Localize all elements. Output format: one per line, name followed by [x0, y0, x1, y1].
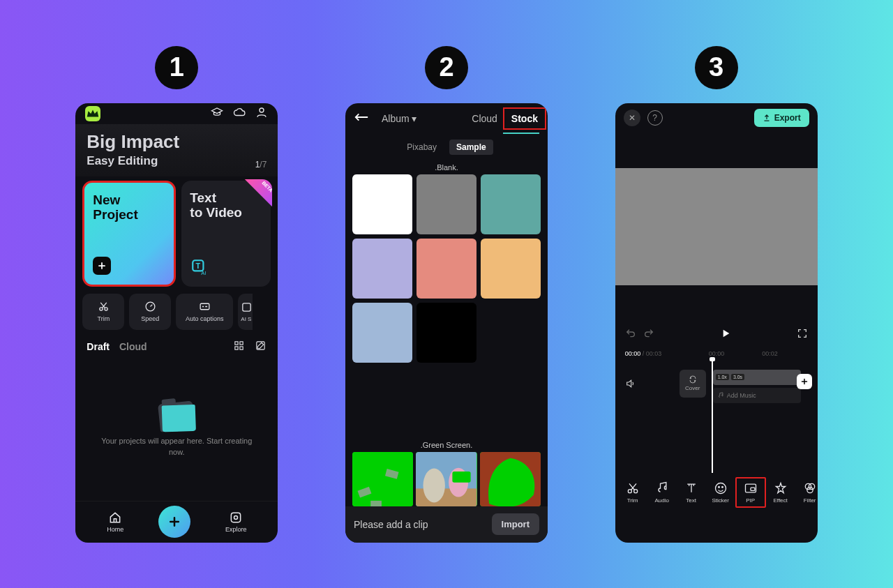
- greenscreen-row: [345, 452, 548, 506]
- phone-3-editor: ✕ ? Export 00:00 / 00:03 00:00 00:02: [615, 103, 818, 543]
- text-ai-icon: TAI: [190, 257, 209, 277]
- tool-trim[interactable]: Trim: [618, 481, 647, 504]
- swatch-coral[interactable]: [417, 239, 476, 299]
- empty-text: Your projects will appear here. Start cr…: [96, 436, 257, 458]
- hero-title: Big Impact: [87, 131, 267, 153]
- greenscreen-thumb-1[interactable]: [352, 452, 413, 506]
- tool-effect[interactable]: Effect: [766, 481, 795, 504]
- status-bar: [75, 103, 278, 124]
- import-prompt: Please add a clip: [354, 519, 428, 530]
- fullscreen-icon[interactable]: [797, 328, 808, 342]
- tool-audio[interactable]: Audio: [647, 481, 677, 504]
- svg-rect-14: [231, 513, 240, 522]
- hero-pager: 1/7: [255, 160, 267, 169]
- svg-rect-7: [200, 303, 209, 310]
- folder-icon: [158, 401, 195, 432]
- blank-swatch-grid: [345, 174, 548, 363]
- nav-create-fab[interactable]: [158, 506, 190, 538]
- svg-rect-19: [370, 500, 382, 506]
- subtab-sample[interactable]: Sample: [449, 140, 493, 155]
- svg-rect-10: [240, 341, 243, 344]
- swatch-white[interactable]: [352, 174, 412, 234]
- tool-pip[interactable]: PIP: [735, 477, 766, 508]
- svg-rect-16: [352, 452, 413, 506]
- auto-captions-tool[interactable]: Auto captions: [176, 294, 233, 330]
- svg-point-0: [260, 108, 264, 112]
- tool-sticker[interactable]: Sticker: [706, 481, 735, 504]
- media-source-tabs: Album▾ Cloud Stock: [345, 103, 548, 134]
- back-icon[interactable]: [354, 112, 369, 125]
- section-blank-title: .Blank.: [345, 159, 548, 174]
- playback-controls: [615, 321, 818, 349]
- cloud-icon[interactable]: [233, 106, 246, 121]
- mute-icon[interactable]: [625, 378, 636, 392]
- tool-filter[interactable]: Filter: [795, 481, 818, 504]
- video-preview[interactable]: [615, 168, 818, 285]
- swatch-lavender[interactable]: [352, 239, 412, 299]
- text-to-video-card[interactable]: BETA Text to Video TAI: [181, 181, 271, 287]
- step-badge-3: 3: [695, 46, 738, 89]
- edit-icon[interactable]: [255, 340, 267, 354]
- tool-text[interactable]: Text: [677, 481, 706, 504]
- bottom-nav: Home Explore: [75, 501, 278, 543]
- import-button[interactable]: Import: [492, 513, 539, 535]
- playhead[interactable]: [712, 360, 713, 473]
- chevron-down-icon: ▾: [412, 113, 417, 124]
- tab-album[interactable]: Album▾: [382, 113, 417, 124]
- ai-tool-partial[interactable]: AI S: [238, 294, 253, 330]
- speed-tool[interactable]: Speed: [129, 294, 171, 330]
- svg-point-30: [721, 486, 723, 488]
- subtab-pixabay[interactable]: Pixabay: [400, 140, 444, 155]
- hero-subtitle: Easy Editing: [87, 154, 267, 168]
- editor-topbar: ✕ ? Export: [615, 103, 818, 133]
- swatch-black[interactable]: [417, 303, 476, 363]
- greenscreen-thumb-3[interactable]: [480, 452, 541, 506]
- cover-button[interactable]: Cover: [680, 370, 706, 398]
- tab-draft[interactable]: Draft: [87, 341, 110, 352]
- step-badge-2: 2: [425, 46, 468, 89]
- timecode-row: 00:00 / 00:03 00:00 00:02: [615, 349, 818, 359]
- undo-icon[interactable]: [625, 328, 636, 342]
- svg-point-34: [809, 483, 814, 489]
- swatch-peach[interactable]: [481, 239, 541, 299]
- crown-icon[interactable]: [85, 106, 100, 121]
- tab-cloud[interactable]: Cloud: [472, 113, 497, 124]
- stock-subtabs: Pixabay Sample: [345, 134, 548, 159]
- phone-1-home: Big Impact Easy Editing 1/7 New Project …: [75, 103, 278, 543]
- hero-banner[interactable]: Big Impact Easy Editing 1/7: [75, 124, 278, 176]
- add-clip-button[interactable]: [797, 374, 812, 389]
- close-icon[interactable]: ✕: [624, 110, 640, 126]
- help-icon[interactable]: ?: [647, 110, 663, 126]
- trim-tool[interactable]: Trim: [82, 294, 124, 330]
- projects-tabs: Draft Cloud: [75, 330, 278, 360]
- tab-stock[interactable]: Stock: [503, 107, 546, 130]
- new-project-label: New Project: [93, 193, 165, 223]
- redo-icon[interactable]: [643, 328, 654, 342]
- nav-explore[interactable]: Explore: [225, 511, 247, 533]
- profile-icon[interactable]: [255, 106, 268, 121]
- play-icon[interactable]: [720, 328, 731, 342]
- grid-view-icon[interactable]: [233, 340, 245, 354]
- new-project-card[interactable]: New Project: [82, 181, 176, 287]
- svg-rect-8: [243, 303, 250, 310]
- timeline[interactable]: Cover 1.0x 3.0s Add Music: [615, 361, 818, 473]
- video-clip[interactable]: 1.0x 3.0s: [713, 370, 801, 385]
- swatch-teal[interactable]: [481, 174, 541, 234]
- swatch-gray[interactable]: [417, 174, 476, 234]
- svg-point-28: [715, 483, 726, 493]
- greenscreen-thumb-2[interactable]: [416, 452, 476, 506]
- svg-point-35: [806, 487, 812, 492]
- tab-cloud[interactable]: Cloud: [119, 341, 147, 352]
- svg-point-29: [718, 486, 719, 488]
- nav-home[interactable]: Home: [107, 511, 123, 533]
- graduation-icon[interactable]: [211, 106, 223, 121]
- svg-text:AI: AI: [201, 269, 206, 276]
- svg-rect-32: [751, 488, 755, 490]
- preview-area: [615, 133, 818, 321]
- editor-toolbar: Trim Audio Text Sticker PIP Effect: [615, 473, 818, 512]
- export-button[interactable]: Export: [754, 109, 809, 127]
- add-music-track[interactable]: Add Music: [713, 388, 801, 403]
- swatch-slate[interactable]: [352, 303, 412, 363]
- text-to-video-label: Text to Video: [190, 190, 262, 221]
- import-bar: Please add a clip Import: [345, 506, 548, 543]
